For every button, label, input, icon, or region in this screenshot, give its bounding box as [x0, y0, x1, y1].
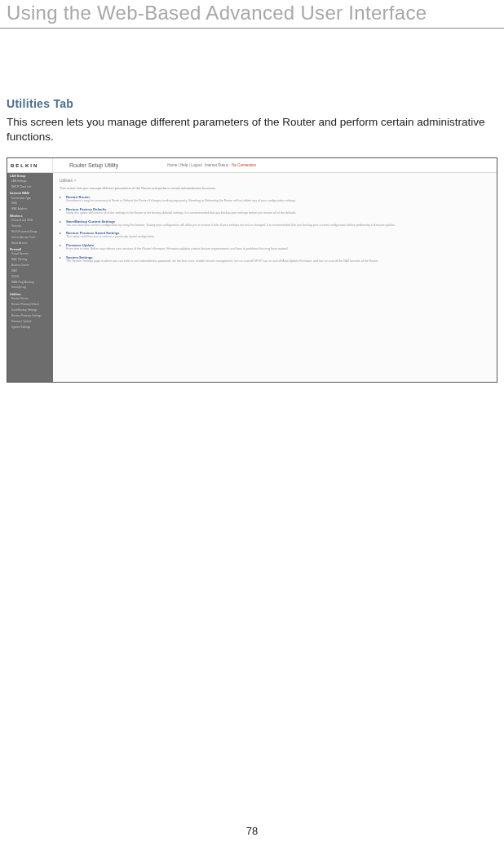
util-save-backup: Save/Backup Current Settings You can sav… — [60, 219, 490, 228]
sidebar-section-lan: LAN Setup — [7, 173, 53, 179]
sidebar-item[interactable]: Virtual Servers — [7, 252, 53, 258]
util-desc: From time to time, Belkin may release ne… — [66, 247, 490, 251]
sidebar-item[interactable]: LAN Settings — [7, 179, 53, 184]
sidebar-item[interactable]: System Settings — [7, 325, 53, 330]
util-restore-previous: Restore Previous Saved Settings This opt… — [60, 231, 490, 239]
main-panel: Utilities > This screen lets you manage … — [53, 173, 497, 382]
sidebar-item[interactable]: Security Log — [7, 286, 53, 291]
util-desc: Using this option will restore all of th… — [66, 211, 490, 215]
sidebar-item[interactable]: WAN Ping Blocking — [7, 280, 53, 286]
sidebar-item[interactable]: DHCP Client List — [7, 184, 53, 190]
sidebar-section-wan: Internet WAN — [7, 190, 53, 196]
sidebar-item[interactable]: Wi-Fi Protected Setup — [7, 229, 53, 235]
sidebar: LAN Setup LAN Settings DHCP Client List … — [7, 173, 53, 382]
sidebar-item[interactable]: Connection Type — [7, 196, 53, 202]
router-ui-screenshot: BELKIN Router Setup Utility Home | Help … — [7, 157, 497, 383]
sidebar-item[interactable]: Firmware Update — [7, 319, 53, 325]
app-title: Router Setup Utility — [69, 162, 118, 168]
page-header: Using the Web-Based Advanced User Interf… — [0, 0, 504, 29]
sidebar-item[interactable]: Use as Access Point — [7, 235, 53, 241]
page-number: 78 — [0, 825, 504, 837]
status-label: Internet Status: — [205, 163, 230, 167]
sidebar-item[interactable]: Security — [7, 224, 53, 230]
sidebar-section-utilities[interactable]: Utilities — [7, 291, 53, 297]
sidebar-item[interactable]: DNS — [7, 202, 53, 207]
section-title: Utilities Tab — [7, 97, 497, 110]
breadcrumb: Utilities > — [60, 178, 490, 183]
status-value: No Connection — [232, 163, 256, 167]
sidebar-item[interactable]: Restore Factory Default — [7, 303, 53, 308]
sidebar-item[interactable]: MAC Address — [7, 207, 53, 213]
util-desc: This option will allow you to restore a … — [66, 235, 490, 239]
util-restart: Restart Router Sometimes it may be neces… — [60, 195, 490, 203]
page-content: Utilities Tab This screen lets you manag… — [0, 29, 504, 383]
sidebar-section-firewall: Firewall — [7, 246, 53, 252]
util-desc: You can save your current configuration … — [66, 224, 490, 228]
lead-text: This screen lets you manage different pa… — [60, 186, 490, 190]
util-firmware: Firmware Update From time to time, Belki… — [60, 243, 490, 251]
util-desc: The System Settings page is where you ca… — [66, 259, 490, 264]
sidebar-item[interactable]: Guest Access — [7, 241, 53, 246]
sidebar-item[interactable]: Channel and SSID — [7, 219, 53, 224]
util-desc: Sometimes it may be necessary to Reset o… — [66, 199, 490, 203]
sidebar-item[interactable]: DMZ — [7, 268, 53, 274]
intro-text: This screen lets you manage different pa… — [7, 115, 497, 144]
sidebar-item[interactable]: DDNS — [7, 274, 53, 280]
brand-logo: BELKIN — [7, 158, 53, 173]
top-links[interactable]: Home | Help | Logout — [167, 163, 201, 167]
topbar-right: Home | Help | Logout Internet Status: No… — [167, 163, 256, 167]
sidebar-item[interactable]: Restart Router — [7, 297, 53, 303]
sidebar-section-wireless: Wireless — [7, 213, 53, 219]
util-system-settings: System Settings The System Settings page… — [60, 255, 490, 264]
util-restore-defaults: Restore Factory Defaults Using this opti… — [60, 207, 490, 215]
sidebar-item[interactable]: Save/Backup Settings — [7, 308, 53, 313]
sidebar-item[interactable]: Access Control — [7, 264, 53, 269]
topbar: BELKIN Router Setup Utility Home | Help … — [7, 158, 497, 173]
sidebar-item[interactable]: Restore Previous Settings — [7, 313, 53, 319]
sidebar-item[interactable]: MAC Filtering — [7, 258, 53, 264]
